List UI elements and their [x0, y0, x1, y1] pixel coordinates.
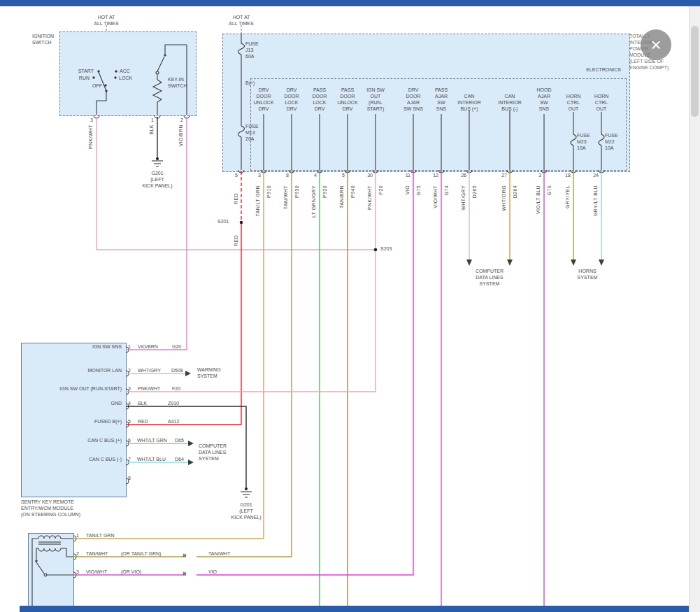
arrow-down-icon: [466, 259, 472, 266]
circuit-label: G70: [547, 185, 552, 195]
pin-number: 3: [76, 569, 79, 575]
wire-vio-brn-g20: [126, 117, 187, 350]
ignition-feed: [97, 91, 106, 115]
sentry-module-caption: SENTRY KEY REMOTE ENTRY/WCM MODULE (ON S…: [21, 499, 80, 518]
wire-color-label: PNK/WHT: [88, 124, 94, 149]
pin-number: 12: [430, 172, 438, 178]
wire-color-label: VIO/BRN: [138, 343, 158, 350]
contact-dots: [35, 54, 166, 562]
contact-off: [104, 84, 106, 86]
circuit-label: D64: [175, 456, 184, 462]
circuit-label: D265: [472, 185, 478, 198]
keyin-blade: [157, 57, 164, 71]
wire-color-label: LT GRN/GRY: [311, 185, 317, 218]
module-pin-label: GND: [27, 400, 122, 406]
tipm-column-header: PASS AJAR SW SNS: [427, 87, 455, 112]
pin-number: 5: [128, 418, 131, 425]
position-lock-label: LOCK: [119, 75, 132, 81]
fuse-m13-symbol: [238, 126, 245, 137]
bplus-label: B(+): [245, 80, 255, 86]
scrollbar[interactable]: [689, 6, 700, 612]
wire-color-label: TAN/BRN: [339, 185, 345, 208]
horns-system-link: HORNS SYSTEM: [568, 268, 607, 280]
position-run-label: RUN: [69, 75, 90, 81]
wire-color-label: WHT/LT GRN: [137, 437, 167, 443]
wire-color-label: TAN/WHT: [86, 550, 108, 557]
pin-number: 3: [86, 117, 93, 123]
wire-color-label: RED: [138, 418, 148, 425]
wire-color-label: VIO/WHT: [433, 185, 438, 208]
wire-color-label: GRY/LT BLU: [593, 185, 599, 216]
wire-color-label: WHT/GRY: [138, 367, 161, 373]
circuit-label: P940: [350, 185, 356, 198]
pin-number: 26: [458, 172, 466, 178]
ground-dot: [245, 488, 248, 490]
ground-label-g201: G201 (LEFT KICK PANEL): [225, 501, 267, 520]
circuit-label: P930: [294, 185, 300, 198]
ground-dot: [156, 157, 159, 160]
wire-color-label: WHT/ORG: [501, 185, 507, 211]
wire-tan-wht-p930: [197, 170, 292, 557]
keyin-top-link: [165, 45, 187, 55]
splice-s203: [374, 248, 378, 252]
circuit-label: G75: [416, 185, 422, 195]
circuit-label: F20: [172, 385, 180, 392]
pin-number: 30: [364, 172, 373, 178]
close-button[interactable]: ×: [641, 29, 671, 60]
arrow-right-icon: [185, 371, 191, 376]
pin-number: 2: [176, 117, 183, 123]
pin-number: 27: [499, 172, 507, 178]
wire-color-label: BLK: [149, 124, 155, 134]
antenna-switch-pivot: [35, 560, 37, 562]
pin-number: 5: [231, 172, 238, 178]
tipm-column-header: CAN INTERIOR BUS (+): [455, 93, 483, 112]
circuit-label: P920: [322, 185, 328, 198]
wire-alt-color-label: (OR VIO): [121, 569, 141, 575]
arrow-right-icon: [188, 460, 194, 465]
antenna-switch-contact: [44, 574, 47, 576]
keyin-pivot: [164, 54, 166, 56]
scrollbar-thumb[interactable]: [691, 26, 699, 117]
contact-run: [92, 76, 94, 78]
arrow-down-icon: [599, 259, 604, 266]
pin-number: 2: [128, 367, 131, 373]
warning-system-link: WARNING SYSTEM: [197, 367, 221, 379]
fuse-m23-label: FUSE M23 10A: [577, 132, 590, 151]
diagram-viewer: HOT AT ALL TIMES IGNITION SWITCH START R…: [0, 0, 700, 612]
wire-color-label: VIO: [405, 185, 410, 194]
ground-label-g201: G201 (LEFT KICK PANEL): [136, 170, 178, 189]
link-arrows: [185, 259, 604, 465]
keyin-resistor: [153, 75, 162, 115]
tipm-column-header: HORN CTRL OUT: [559, 93, 587, 112]
pin-number: 8: [128, 475, 131, 481]
wire-red-a412: [126, 222, 241, 425]
circuit-label: G74: [444, 185, 450, 195]
pin-number: 5: [338, 172, 345, 178]
wire-color-label: GRY/YEL: [565, 185, 571, 208]
tipm-column-header: PASS DOOR UNLOCK DRV: [334, 87, 362, 112]
pin-number: 1: [128, 343, 131, 350]
hot-at-all-times-label: HOT AT ALL TIMES: [85, 14, 127, 27]
pin-number: 3: [128, 385, 131, 392]
pin-number: 8: [282, 172, 289, 178]
bottom-titlebar: [20, 606, 689, 612]
position-off-label: OFF: [83, 83, 102, 89]
wire-pnk-wht-f20: [126, 170, 376, 392]
wire-color-label: TAN/LT GRN: [255, 185, 261, 216]
wire-color-label: PNK/WHT: [138, 385, 160, 392]
pin-number: 4: [310, 172, 317, 178]
pin-number: 3: [534, 172, 541, 178]
wire-color-label: TAN/LT GRN: [86, 532, 114, 539]
splice-s201: [240, 221, 243, 225]
wire-color-label: VIO: [208, 569, 217, 575]
tipm-column-header: DRV DOOR AJAR SW SNS: [399, 87, 427, 112]
inline-connector-icon: »: [183, 570, 187, 577]
circuit-label: P910: [266, 185, 272, 198]
circuit-label: D65: [175, 437, 184, 443]
wiper-pivot: [105, 90, 107, 92]
splice-label-s203: S203: [380, 245, 392, 252]
splice-label-s201: S201: [217, 218, 229, 225]
wire-color-label: PNK/WHT: [367, 185, 373, 210]
computer-data-lines-link: COMPUTER DATA LINES SYSTEM: [469, 268, 510, 287]
circuit-label: Z910: [168, 400, 179, 406]
